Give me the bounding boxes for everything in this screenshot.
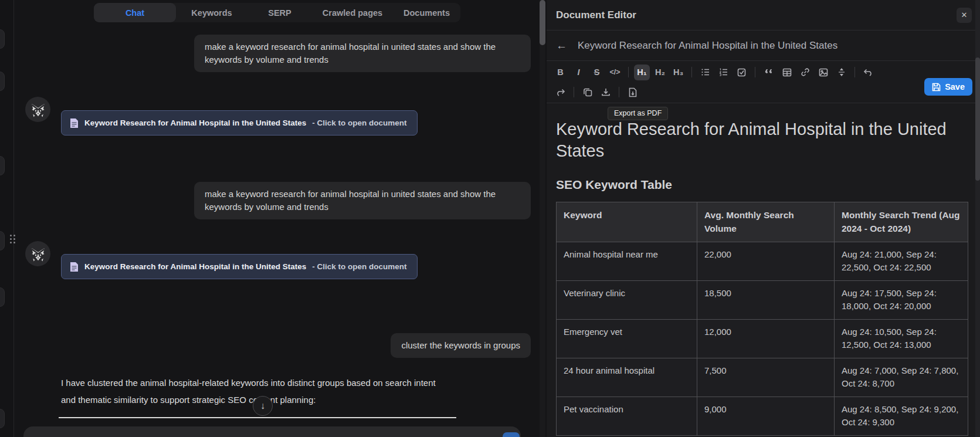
seo-keyword-table: Keyword Avg. Monthly Search Volume Month… (556, 202, 968, 436)
table-cell: Aug 24: 21,000, Sep 24: 22,500, Oct 24: … (835, 242, 968, 280)
bold-button[interactable]: B (552, 65, 568, 80)
insert-table-button[interactable] (779, 65, 795, 80)
table-cell: 18,500 (697, 280, 835, 319)
horizontal-rule-button[interactable] (833, 65, 849, 80)
chat-scrollbar-thumb[interactable] (540, 0, 545, 45)
blockquote-button[interactable] (761, 65, 776, 80)
chat-input[interactable] (23, 426, 521, 437)
close-button[interactable]: ✕ (957, 8, 972, 23)
file-download-icon (629, 87, 637, 97)
insert-image-button[interactable] (815, 65, 831, 80)
document-content[interactable]: Keyword Research for Animal Hospital in … (556, 103, 968, 436)
download-button[interactable] (598, 84, 613, 100)
ordered-list-button[interactable] (715, 65, 731, 80)
copy-icon (583, 87, 592, 97)
toolbar-divider (619, 87, 619, 97)
document-card-hint: - Click to open document (312, 118, 406, 127)
column-header: Monthly Search Trend (Aug 2024 - Oct 202… (835, 202, 968, 242)
rail-item[interactable] (0, 156, 5, 175)
editor-titlebar: ← Keyword Research for Animal Hospital i… (547, 31, 980, 61)
bullet-list-icon (701, 67, 710, 77)
table-cell: Emergency vet (557, 319, 697, 358)
message-divider (59, 417, 456, 418)
bullet-list-button[interactable] (697, 65, 713, 80)
table-cell: Pet vaccination (557, 397, 697, 435)
document-icon (70, 118, 79, 128)
undo-icon (863, 68, 873, 76)
toolbar-divider (628, 67, 629, 77)
export-pdf-button[interactable] (625, 84, 640, 100)
insert-link-button[interactable] (797, 65, 813, 80)
document-link-card[interactable]: Keyword Research for Animal Hospital in … (61, 110, 418, 135)
editor-scrollbar-thumb[interactable] (975, 57, 980, 181)
document-link-card[interactable]: Keyword Research for Animal Hospital in … (61, 254, 418, 279)
user-message: cluster the keywords in groups (391, 333, 531, 358)
save-icon (932, 83, 941, 92)
back-button[interactable]: ← (556, 39, 567, 52)
export-pdf-tooltip: Export as PDF (608, 107, 668, 120)
table-cell: Animal hospital near me (557, 242, 697, 280)
chat-tab-strip: Chat Keywords SERP Crawled pages Documen… (94, 3, 460, 22)
table-row: Veterinary clinic18,500Aug 24: 17,500, S… (557, 280, 968, 319)
task-list-icon (737, 68, 746, 77)
chat-scrollbar-track[interactable] (540, 0, 545, 437)
editor-document-title: Keyword Research for Animal Hospital in … (578, 40, 837, 52)
tab-keywords[interactable]: Keywords (176, 3, 247, 22)
chat-panel: Chat Keywords SERP Crawled pages Documen… (14, 0, 540, 437)
table-header-row: Keyword Avg. Monthly Search Volume Month… (557, 202, 968, 242)
rail-item[interactable] (0, 287, 5, 307)
owl-logo-icon (29, 101, 47, 118)
owl-logo-icon (29, 245, 47, 263)
task-list-button[interactable] (734, 65, 750, 80)
rail-item[interactable] (0, 409, 5, 428)
code-button[interactable]: </> (607, 65, 623, 80)
tab-chat[interactable]: Chat (94, 3, 176, 22)
strikethrough-button[interactable]: S (589, 65, 605, 80)
tab-documents[interactable]: Documents (393, 3, 460, 22)
document-icon (70, 262, 79, 272)
editor-toolbar: B I S </> H₁ H₂ H₃ (547, 61, 980, 103)
italic-button[interactable]: I (571, 65, 586, 80)
heading1-button[interactable]: H₁ (634, 65, 650, 80)
tab-crawled-pages[interactable]: Crawled pages (312, 3, 393, 22)
link-icon (801, 67, 810, 77)
redo-button[interactable] (552, 84, 568, 100)
table-cell: 22,000 (697, 242, 835, 280)
rail-item[interactable] (0, 29, 5, 49)
arrow-left-icon: ← (556, 39, 567, 52)
send-button[interactable] (503, 432, 520, 437)
table-cell: Aug 24: 10,500, Sep 24: 12,500, Oct 24: … (835, 319, 968, 358)
toolbar-divider (691, 67, 692, 77)
heading2-button[interactable]: H₂ (652, 65, 668, 80)
assistant-avatar (25, 241, 50, 266)
undo-button[interactable] (860, 65, 876, 80)
rail-item[interactable] (0, 231, 5, 250)
document-subheading: SEO Keyword Table (556, 178, 968, 192)
rail-item[interactable] (0, 72, 5, 91)
table-row: Animal hospital near me22,000Aug 24: 21,… (557, 242, 968, 280)
document-heading: Keyword Research for Animal Hospital in … (556, 118, 968, 162)
image-icon (819, 68, 828, 77)
redo-icon (555, 88, 565, 96)
column-header: Keyword (557, 202, 697, 242)
table-row: 24 hour animal hospital7,500Aug 24: 7,00… (557, 358, 968, 397)
document-card-hint: - Click to open document (312, 262, 406, 271)
panel-drag-handle-icon[interactable] (10, 235, 17, 245)
quote-icon (764, 68, 774, 76)
scroll-to-bottom-button[interactable]: ↓ (253, 396, 273, 416)
copy-button[interactable] (579, 84, 595, 100)
column-header: Avg. Monthly Search Volume (697, 202, 835, 242)
arrow-down-icon: ↓ (260, 401, 265, 411)
download-icon (601, 87, 611, 97)
table-cell: Veterinary clinic (557, 280, 697, 319)
table-cell: Aug 24: 7,000, Sep 24: 7,800, Oct 24: 8,… (835, 358, 968, 397)
save-button[interactable]: Save (924, 78, 972, 96)
document-card-title: Keyword Research for Animal Hospital in … (84, 118, 306, 127)
heading3-button[interactable]: H₃ (670, 65, 686, 80)
document-card-title: Keyword Research for Animal Hospital in … (84, 262, 306, 271)
tab-serp[interactable]: SERP (247, 3, 312, 22)
save-label: Save (945, 82, 965, 92)
seo-table-body: Animal hospital near me22,000Aug 24: 21,… (557, 242, 968, 435)
table-cell: 7,500 (697, 358, 835, 397)
user-message: make a keyword research for animal hospi… (194, 182, 531, 219)
